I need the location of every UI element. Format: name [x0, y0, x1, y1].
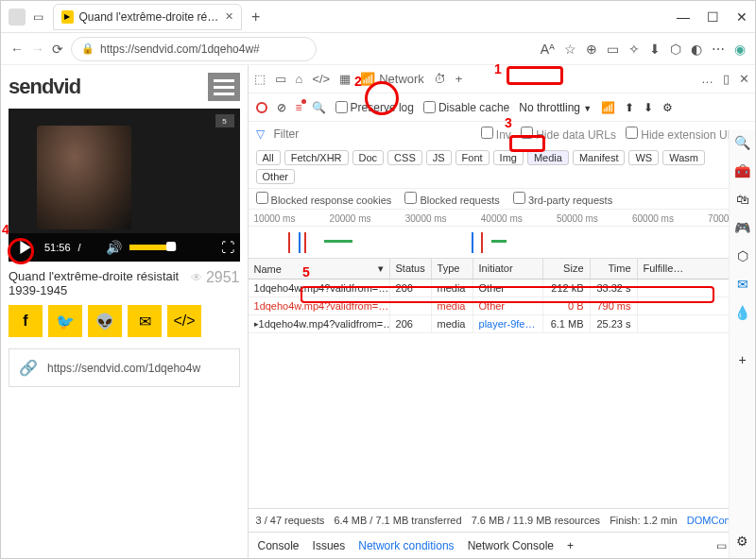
- type-fetch[interactable]: Fetch/XHR: [284, 150, 349, 165]
- copilot-icon[interactable]: ◉: [734, 42, 746, 57]
- favorite-icon[interactable]: ☆: [564, 42, 576, 57]
- sources-tab-icon[interactable]: ▦: [339, 72, 351, 86]
- search-icon[interactable]: 🔍: [312, 101, 326, 114]
- sidebar-add-icon[interactable]: +: [738, 352, 746, 367]
- type-all[interactable]: All: [256, 150, 281, 165]
- network-table: 1dqeho4w.mp4?validfrom=… 206 media Other…: [249, 280, 755, 333]
- site-logo[interactable]: sendvid: [9, 75, 80, 99]
- new-tab-button[interactable]: +: [248, 8, 264, 25]
- drawer-issues[interactable]: Issues: [313, 539, 346, 552]
- type-doc[interactable]: Doc: [352, 150, 385, 165]
- network-timeline[interactable]: 10000 ms 20000 ms 30000 ms 40000 ms 5000…: [249, 210, 755, 259]
- devtools-more-icon[interactable]: …: [701, 72, 713, 86]
- table-row[interactable]: ▸ 1dqeho4w.mp4?validfrom=… 206 media pla…: [249, 315, 755, 333]
- type-css[interactable]: CSS: [387, 150, 422, 165]
- preserve-log-checkbox[interactable]: Preserve log: [335, 101, 414, 114]
- drawer-console[interactable]: Console: [258, 539, 300, 552]
- tabs-add-icon[interactable]: +: [455, 72, 463, 86]
- sort-icon[interactable]: ▾: [378, 263, 384, 275]
- clear-icon[interactable]: ⊘: [277, 101, 286, 114]
- maximize-icon[interactable]: ☐: [707, 9, 719, 25]
- menu-icon[interactable]: [208, 73, 240, 101]
- sidebar-games-icon[interactable]: 🎮: [734, 220, 750, 235]
- filter-input[interactable]: [274, 127, 350, 141]
- video-player[interactable]: 5 51:56 / 🔊 ⛶: [9, 109, 240, 262]
- play-button[interactable]: [14, 236, 37, 259]
- user-badge-icon[interactable]: ◐: [691, 42, 702, 57]
- minimize-icon[interactable]: —: [677, 9, 690, 25]
- collections-icon[interactable]: ▭: [607, 42, 619, 57]
- table-row[interactable]: 1dqeho4w.mp4?validfrom=… media Other 0 B…: [249, 297, 755, 315]
- third-party-checkbox[interactable]: 3rd-party requests: [513, 192, 612, 206]
- type-img[interactable]: Img: [493, 150, 524, 165]
- type-js[interactable]: JS: [426, 150, 452, 165]
- settings-icon[interactable]: ⚙: [662, 101, 673, 114]
- type-media[interactable]: Media: [527, 150, 569, 165]
- record-icon[interactable]: [256, 102, 267, 113]
- channel-watermark: 5: [215, 114, 234, 127]
- hide-data-urls-checkbox[interactable]: Hide data URLs: [521, 127, 616, 142]
- email-button[interactable]: ✉: [128, 305, 162, 337]
- eye-icon: 👁: [191, 271, 202, 284]
- table-row[interactable]: 1dqeho4w.mp4?validfrom=… 206 media Other…: [249, 280, 755, 297]
- performance-tab-icon[interactable]: ⏱: [434, 72, 446, 86]
- inspect-icon[interactable]: ⬚: [254, 72, 266, 86]
- drawer-netcond[interactable]: Network conditions: [358, 539, 454, 552]
- fullscreen-icon[interactable]: ⛶: [221, 240, 234, 255]
- share-url-box[interactable]: 🔗 https://sendvid.com/1dqeho4w: [9, 348, 240, 387]
- blocked-cookies-checkbox[interactable]: Blocked response cookies: [256, 192, 392, 206]
- sidebar-outlook-icon[interactable]: ✉: [737, 277, 748, 292]
- profile-icon[interactable]: [9, 8, 26, 25]
- blocked-requests-checkbox[interactable]: Blocked requests: [404, 192, 499, 206]
- elements-tab-icon[interactable]: </>: [312, 72, 330, 86]
- volume-icon[interactable]: 🔊: [106, 240, 122, 255]
- downloads-icon[interactable]: ⬇: [649, 42, 661, 57]
- drawer-dock-icon[interactable]: ▭: [716, 539, 727, 552]
- tab-close-icon[interactable]: ✕: [225, 10, 233, 23]
- extensions-icon[interactable]: ⬡: [670, 42, 681, 57]
- welcome-tab-icon[interactable]: ⌂: [296, 72, 303, 86]
- favicon-icon: ▶: [61, 10, 74, 24]
- export-icon[interactable]: ⬇: [644, 101, 653, 114]
- sidebar-shopping-icon[interactable]: 🛍: [736, 192, 749, 207]
- facebook-button[interactable]: f: [9, 305, 43, 337]
- reddit-button[interactable]: 👽: [88, 305, 122, 337]
- throttling-select[interactable]: No throttling ▼: [519, 101, 592, 114]
- devtools-close-icon[interactable]: ✕: [739, 72, 749, 86]
- type-wasm[interactable]: Wasm: [662, 150, 705, 165]
- type-font[interactable]: Font: [455, 150, 490, 165]
- disable-cache-checkbox[interactable]: Disable cache: [423, 101, 509, 114]
- twitter-button[interactable]: 🐦: [48, 305, 82, 337]
- type-other[interactable]: Other: [256, 169, 296, 184]
- network-conditions-icon[interactable]: 📶: [601, 101, 615, 114]
- device-icon[interactable]: ▭: [275, 72, 286, 86]
- import-icon[interactable]: ⬆: [625, 101, 634, 114]
- close-icon[interactable]: ✕: [736, 9, 747, 25]
- network-tab[interactable]: 📶Network: [360, 72, 424, 86]
- url-input[interactable]: 🔒 https://sendvid.com/1dqeho4w#: [71, 37, 317, 61]
- type-manifest[interactable]: Manifest: [573, 150, 626, 165]
- browser-tab[interactable]: ▶ Quand l'extrême-droite résistait ✕: [53, 4, 242, 30]
- zoom-icon[interactable]: ⊕: [586, 42, 597, 57]
- embed-button[interactable]: </>: [167, 305, 201, 337]
- filter-toggle-icon[interactable]: ≡: [296, 101, 302, 114]
- sidebar-settings-icon[interactable]: ⚙: [736, 534, 748, 549]
- funnel-icon[interactable]: ▽: [256, 127, 265, 141]
- sidebar-office-icon[interactable]: ⬡: [737, 248, 748, 263]
- back-icon[interactable]: ←: [10, 42, 24, 57]
- lock-icon: 🔒: [81, 42, 94, 55]
- more-icon[interactable]: ⋯: [712, 42, 725, 57]
- sidebar-tools-icon[interactable]: 🧰: [734, 163, 750, 178]
- read-aloud-icon[interactable]: Aᴬ: [541, 42, 555, 57]
- refresh-icon[interactable]: ⟳: [52, 42, 63, 57]
- sidebar-drop-icon[interactable]: 💧: [734, 305, 750, 320]
- tab-overview-icon[interactable]: ▭: [33, 10, 43, 24]
- drawer-add-icon[interactable]: +: [567, 539, 574, 552]
- favorites-bar-icon[interactable]: ✧: [628, 42, 640, 57]
- sidebar-search-icon[interactable]: 🔍: [734, 135, 750, 150]
- video-title: Quand l'extrême-droite résistait 1939-19…: [9, 269, 191, 297]
- drawer-netconsole[interactable]: Network Console: [468, 539, 554, 552]
- devtools-dock-icon[interactable]: ▯: [723, 72, 730, 86]
- volume-slider[interactable]: [129, 245, 177, 250]
- type-ws[interactable]: WS: [628, 150, 659, 165]
